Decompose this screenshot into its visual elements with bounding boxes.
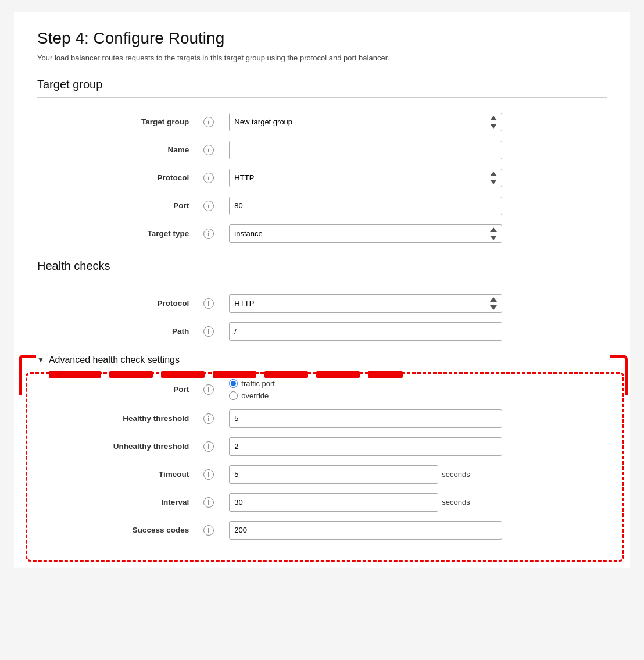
page-title: Step 4: Configure Routing <box>37 29 607 48</box>
target-group-form: Target group i New target group Existing… <box>37 108 607 248</box>
port-row: Port i <box>37 192 607 220</box>
advanced-section-title: Advanced health check settings <box>49 355 180 365</box>
adv-port-radio-cell: traffic port override <box>223 374 607 405</box>
success-codes-info-cell: i <box>194 516 223 544</box>
protocol-info-cell: i <box>194 164 223 192</box>
hc-path-input-cell <box>223 317 607 345</box>
hc-path-info-icon[interactable]: i <box>203 326 214 337</box>
target-type-info-icon[interactable]: i <box>203 229 214 239</box>
timeout-unit: seconds <box>438 470 470 479</box>
target-group-select[interactable]: New target group Existing target group <box>229 113 502 131</box>
name-label: Name <box>37 136 194 164</box>
adv-port-radio-group: traffic port override <box>229 379 601 400</box>
divider-1 <box>37 97 607 98</box>
timeout-info-icon[interactable]: i <box>203 469 214 480</box>
hc-path-input[interactable] <box>229 322 502 341</box>
target-type-info-cell: i <box>194 220 223 248</box>
healthy-threshold-input[interactable] <box>229 409 502 428</box>
name-info-icon[interactable]: i <box>203 145 214 155</box>
unhealthy-threshold-row: Unhealthy threshold i <box>37 433 607 461</box>
success-codes-label: Success codes <box>37 516 194 544</box>
target-type-select[interactable]: instance ip lambda <box>229 224 502 243</box>
advanced-section-header[interactable]: ▼ Advanced health check settings <box>37 355 607 365</box>
radio-traffic-port[interactable]: traffic port <box>229 379 601 388</box>
interval-input-with-unit: seconds <box>229 493 601 512</box>
port-label: Port <box>37 192 194 220</box>
success-codes-row: Success codes i <box>37 516 607 544</box>
target-group-section-title: Target group <box>37 78 607 91</box>
hc-path-row: Path i <box>37 317 607 345</box>
interval-input[interactable] <box>229 493 438 512</box>
timeout-input-with-unit: seconds <box>229 465 601 484</box>
target-type-select-cell: instance ip lambda <box>223 220 607 248</box>
divider-2 <box>37 279 607 279</box>
red-dash-7 <box>368 371 403 378</box>
timeout-info-cell: i <box>194 461 223 488</box>
adv-port-info-cell: i <box>194 374 223 405</box>
adv-port-row: Port i traffic port override <box>37 374 607 405</box>
target-type-row: Target type i instance ip lambda <box>37 220 607 248</box>
healthy-threshold-row: Healthy threshold i <box>37 405 607 433</box>
timeout-input[interactable] <box>229 465 438 484</box>
red-dash-4 <box>213 371 256 378</box>
target-type-label: Target type <box>37 220 194 248</box>
protocol-label: Protocol <box>37 164 194 192</box>
interval-unit: seconds <box>438 498 470 506</box>
radio-override[interactable]: override <box>229 391 601 400</box>
hc-path-info-cell: i <box>194 317 223 345</box>
advanced-form: Port i traffic port override <box>37 374 607 544</box>
target-group-row: Target group i New target group Existing… <box>37 108 607 136</box>
hc-protocol-info-cell: i <box>194 290 223 317</box>
page-description: Your load balancer routes requests to th… <box>37 52 607 64</box>
success-codes-info-icon[interactable]: i <box>203 525 214 536</box>
hc-protocol-info-icon[interactable]: i <box>203 298 214 309</box>
red-dash-3 <box>161 371 205 378</box>
red-dash-1 <box>49 371 101 378</box>
success-codes-input[interactable] <box>229 521 502 540</box>
healthy-threshold-info-icon[interactable]: i <box>203 413 214 424</box>
protocol-select-cell: HTTP HTTPS <box>223 164 607 192</box>
interval-info-cell: i <box>194 488 223 516</box>
healthy-threshold-input-cell <box>223 405 607 433</box>
name-info-cell: i <box>194 136 223 164</box>
health-checks-section-title: Health checks <box>37 259 607 273</box>
hc-path-label: Path <box>37 317 194 345</box>
hc-protocol-select[interactable]: HTTP HTTPS <box>229 294 502 313</box>
port-input[interactable] <box>229 197 502 215</box>
port-info-icon[interactable]: i <box>203 201 214 211</box>
radio-traffic-port-input[interactable] <box>229 379 238 388</box>
protocol-info-icon[interactable]: i <box>203 173 214 183</box>
radio-override-input[interactable] <box>229 391 238 400</box>
radio-override-label: override <box>241 391 269 400</box>
timeout-label: Timeout <box>37 461 194 488</box>
hc-protocol-row: Protocol i HTTP HTTPS <box>37 290 607 317</box>
target-group-select-cell: New target group Existing target group <box>223 108 607 136</box>
page-container: Step 4: Configure Routing Your load bala… <box>14 12 630 568</box>
healthy-threshold-info-cell: i <box>194 405 223 433</box>
protocol-select[interactable]: HTTP HTTPS <box>229 169 502 187</box>
interval-label: Interval <box>37 488 194 516</box>
target-group-info-cell: i <box>194 108 223 136</box>
radio-traffic-port-label: traffic port <box>241 379 275 388</box>
interval-info-icon[interactable]: i <box>203 497 214 508</box>
name-row: Name i <box>37 136 607 164</box>
healthy-threshold-label: Healthy threshold <box>37 405 194 433</box>
target-group-info-icon[interactable]: i <box>203 117 214 127</box>
advanced-arrow-icon: ▼ <box>37 356 44 364</box>
unhealthy-threshold-info-cell: i <box>194 433 223 461</box>
red-dash-5 <box>264 371 308 378</box>
target-group-label: Target group <box>37 108 194 136</box>
name-input-cell <box>223 136 607 164</box>
health-checks-form: Protocol i HTTP HTTPS Path i <box>37 290 607 345</box>
hc-protocol-select-cell: HTTP HTTPS <box>223 290 607 317</box>
unhealthy-threshold-input[interactable] <box>229 437 502 456</box>
hc-protocol-label: Protocol <box>37 290 194 317</box>
name-input[interactable] <box>229 141 502 159</box>
interval-input-cell: seconds <box>223 488 607 516</box>
protocol-row: Protocol i HTTP HTTPS <box>37 164 607 192</box>
timeout-input-cell: seconds <box>223 461 607 488</box>
success-codes-input-cell <box>223 516 607 544</box>
red-dashes <box>31 371 618 378</box>
unhealthy-threshold-info-icon[interactable]: i <box>203 441 214 452</box>
adv-port-info-icon[interactable]: i <box>203 384 214 395</box>
